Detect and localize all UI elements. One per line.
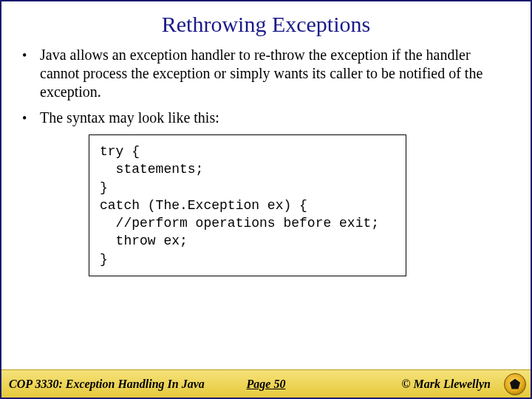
footer-bar: COP 3330: Exception Handling In Java Pag…: [1, 369, 531, 398]
footer-page: Page 50: [247, 378, 286, 391]
footer-course: COP 3330: Exception Handling In Java: [9, 378, 205, 391]
bullet-item: • Java allows an exception handler to re…: [22, 46, 510, 101]
slide-content: • Java allows an exception handler to re…: [1, 43, 531, 369]
bullet-text: Java allows an exception handler to re-t…: [40, 46, 510, 101]
bullet-text: The syntax may look like this:: [40, 109, 510, 127]
ucf-logo-icon: [504, 373, 526, 395]
bullet-dot-icon: •: [22, 109, 40, 127]
bullet-dot-icon: •: [22, 46, 40, 101]
slide: Rethrowing Exceptions • Java allows an e…: [0, 0, 532, 399]
code-block: try { statements; } catch (The.Exception…: [89, 134, 406, 276]
slide-title: Rethrowing Exceptions: [1, 1, 531, 43]
bullet-item: • The syntax may look like this:: [22, 109, 510, 127]
